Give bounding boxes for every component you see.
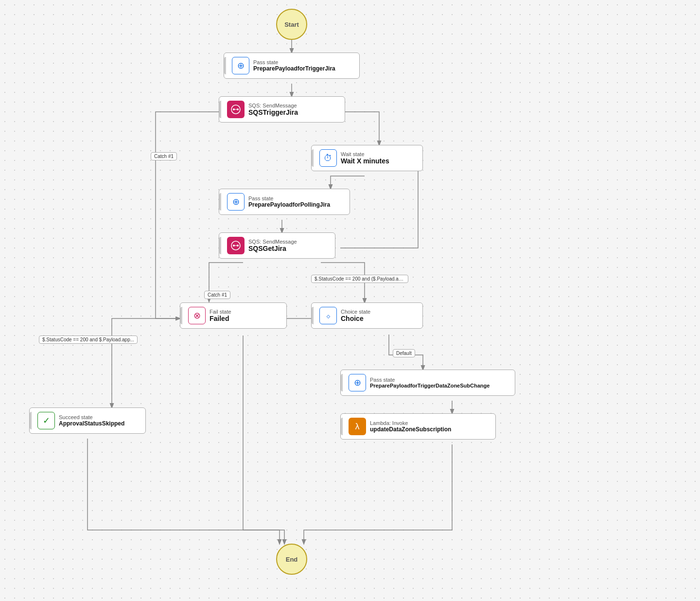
node-divider (341, 418, 343, 435)
catch1-bottom-label: Catch #1 (204, 291, 230, 299)
fail-icon: ⊗ (188, 307, 206, 324)
node-labels: Pass state PreparePayloadforTriggerJira (253, 59, 335, 72)
node-divider (219, 193, 221, 211)
node-labels: SQS: SendMessage SQSTriggerJira (248, 103, 298, 116)
sqs-icon (227, 101, 245, 118)
prepare-jira-node[interactable]: ⊕ Pass state PreparePayloadforTriggerJir… (224, 53, 360, 79)
node-labels: Pass state PreparePayloadforPollingJira (248, 195, 330, 208)
node-labels: Choice state Choice (341, 309, 370, 322)
start-node: Start (276, 9, 307, 40)
sqs-get-jira-node[interactable]: SQS: SendMessage SQSGetJira (219, 232, 335, 259)
node-labels: Pass state PreparePayloadforTriggerDataZ… (370, 377, 490, 389)
node-divider (219, 101, 221, 118)
node-divider (180, 307, 182, 324)
lambda-icon: λ (349, 418, 366, 435)
default-label: Default (393, 349, 415, 357)
sqs-jira-node[interactable]: SQS: SendMessage SQSTriggerJira (219, 96, 345, 123)
node-divider (312, 149, 314, 167)
node-divider (341, 374, 343, 391)
node-labels: SQS: SendMessage SQSGetJira (248, 239, 297, 252)
node-labels: Fail state Failed (210, 309, 231, 322)
pass-icon: ⊕ (349, 374, 366, 391)
wait-node[interactable]: ⏱ Wait state Wait X minutes (311, 145, 423, 171)
choice-node[interactable]: ⬦ Choice state Choice (311, 302, 423, 329)
catch1-top-label: Catch #1 (151, 152, 177, 160)
lambda-node[interactable]: λ Lambda: Invoke updateDataZoneSubscript… (340, 413, 496, 440)
diagram-container: Start ⊕ Pass state PreparePayloadforTrig… (0, 0, 700, 601)
choice-icon: ⬦ (319, 307, 337, 324)
node-divider (312, 307, 314, 324)
node-labels: Succeed state ApprovalStatusSkipped (59, 414, 124, 427)
node-divider (224, 57, 226, 74)
pass-icon: ⊕ (232, 57, 249, 74)
pass-icon: ⊕ (227, 193, 245, 211)
status-code-bottom-label: $.StatusCode == 200 and $.Payload.app... (39, 336, 138, 344)
node-divider (30, 412, 32, 429)
node-labels: Wait state Wait X minutes (341, 151, 389, 165)
sqs-icon (227, 237, 245, 254)
arrows-layer (0, 0, 700, 601)
prepare-polling-node[interactable]: ⊕ Pass state PreparePayloadforPollingJir… (219, 189, 350, 215)
node-labels: Lambda: Invoke updateDataZoneSubscriptio… (370, 420, 451, 433)
prepare-datazone-node[interactable]: ⊕ Pass state PreparePayloadforTriggerDat… (340, 370, 515, 396)
succeed-icon: ✓ (37, 412, 55, 429)
approval-skipped-node[interactable]: ✓ Succeed state ApprovalStatusSkipped (29, 407, 146, 434)
failed-node[interactable]: ⊗ Fail state Failed (180, 302, 287, 329)
status-code-top-label: $.StatusCode == 200 and ($.Payload.app..… (311, 275, 408, 283)
node-divider (219, 237, 221, 254)
wait-icon: ⏱ (319, 149, 337, 167)
end-node: End (276, 544, 307, 575)
